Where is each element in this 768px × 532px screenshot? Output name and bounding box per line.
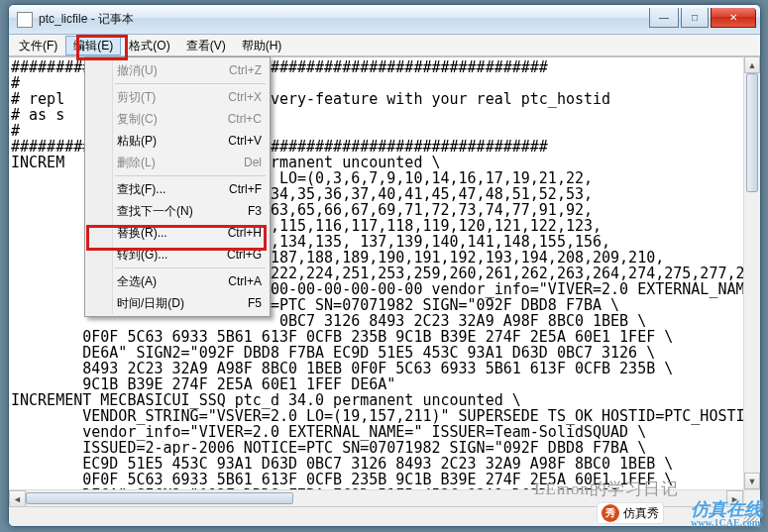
watermark-brand: 仿真在线 www.1CAE.com: [691, 497, 762, 528]
titlebar[interactable]: ptc_licfile - 记事本 — □ ✕: [9, 5, 760, 35]
menu-cut-label: 剪切(T): [117, 89, 207, 106]
vertical-scrollbar[interactable]: ▲ ▼: [743, 56, 760, 489]
scroll-down-button[interactable]: ▼: [744, 473, 760, 489]
scroll-up-button[interactable]: ▲: [744, 56, 760, 73]
menu-delete[interactable]: 删除(L) Del: [87, 152, 268, 173]
menu-delete-shortcut: Del: [207, 156, 262, 169]
maximize-button[interactable]: □: [681, 8, 709, 28]
menu-file[interactable]: 文件(F): [11, 36, 65, 55]
menu-findnext-label: 查找下一个(N): [117, 203, 207, 220]
window-controls: — □ ✕: [649, 8, 756, 28]
menu-format[interactable]: 格式(O): [121, 36, 177, 55]
close-button[interactable]: ✕: [711, 8, 756, 28]
menu-paste[interactable]: 粘贴(P) Ctrl+V: [87, 130, 268, 152]
menu-paste-shortcut: Ctrl+V: [207, 134, 262, 148]
menu-undo-label: 撤消(U): [117, 62, 207, 79]
watermark-logo: 秀 仿真秀: [597, 502, 664, 524]
menu-help[interactable]: 帮助(H): [234, 36, 290, 55]
menu-datetime-label: 时间/日期(D): [117, 295, 207, 312]
scroll-thumb-v[interactable]: [746, 73, 758, 192]
menu-cut[interactable]: 剪切(T) Ctrl+X: [87, 86, 268, 108]
menu-replace[interactable]: 替换(R)... Ctrl+H: [87, 222, 268, 244]
menu-selectall-shortcut: Ctrl+A: [207, 274, 262, 288]
menu-delete-label: 删除(L): [117, 155, 207, 171]
menu-copy-shortcut: Ctrl+C: [207, 112, 262, 126]
watermark-logo-text: 仿真秀: [623, 505, 659, 522]
menu-selectall[interactable]: 全选(A) Ctrl+A: [87, 270, 268, 292]
app-icon: [17, 12, 33, 28]
menu-edit[interactable]: 编辑(E): [65, 36, 121, 55]
menu-paste-label: 粘贴(P): [117, 133, 207, 150]
menu-find-shortcut: Ctrl+F: [207, 182, 262, 196]
menu-goto-shortcut: Ctrl+G: [207, 248, 262, 262]
watermark-brand-text: 仿真在线: [691, 499, 762, 519]
scroll-thumb-h[interactable]: [26, 492, 293, 504]
menu-datetime[interactable]: 时间/日期(D) F5: [87, 292, 268, 314]
menubar: 文件(F) 编辑(E) 格式(O) 查看(V) 帮助(H): [9, 35, 760, 56]
menu-undo[interactable]: 撤消(U) Ctrl+Z: [87, 59, 268, 81]
menu-cut-shortcut: Ctrl+X: [207, 90, 262, 104]
menu-copy-label: 复制(C): [117, 111, 207, 128]
menu-find-label: 查找(F)...: [117, 181, 207, 198]
menu-datetime-shortcut: F5: [207, 296, 262, 310]
edit-dropdown: 撤消(U) Ctrl+Z 剪切(T) Ctrl+X 复制(C) Ctrl+C 粘…: [84, 56, 271, 317]
menu-copy[interactable]: 复制(C) Ctrl+C: [87, 108, 268, 130]
menu-replace-shortcut: Ctrl+H: [207, 226, 262, 240]
watermark-logo-icon: 秀: [602, 504, 619, 522]
scroll-left-button[interactable]: ◄: [9, 490, 26, 507]
menu-findnext-shortcut: F3: [207, 204, 262, 218]
scroll-track-v[interactable]: [744, 73, 760, 473]
menu-findnext[interactable]: 查找下一个(N) F3: [87, 200, 268, 222]
minimize-button[interactable]: —: [649, 8, 679, 28]
menu-goto-label: 转到(G)...: [117, 247, 207, 264]
menu-view[interactable]: 查看(V): [178, 36, 234, 55]
notepad-window: ptc_licfile - 记事本 — □ ✕ 文件(F) 编辑(E) 格式(O…: [8, 4, 761, 527]
menu-replace-label: 替换(R)...: [117, 225, 207, 242]
menu-undo-shortcut: Ctrl+Z: [207, 63, 262, 77]
menu-selectall-label: 全选(A): [117, 273, 207, 290]
watermark-brand-sub: www.1CAE.com: [691, 517, 762, 528]
watermark-text: LEmon的学习日记: [534, 478, 679, 500]
menu-goto[interactable]: 转到(G)... Ctrl+G: [87, 244, 268, 266]
window-title: ptc_licfile - 记事本: [39, 11, 134, 28]
menu-find[interactable]: 查找(F)... Ctrl+F: [87, 178, 268, 200]
